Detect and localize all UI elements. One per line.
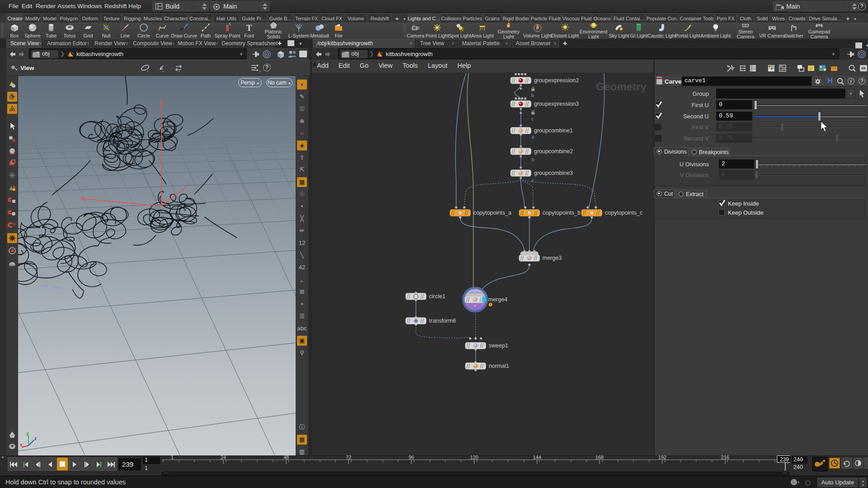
svg-text:y: y: [26, 431, 29, 436]
svg-text:groupexpression3: groupexpression3: [534, 101, 579, 107]
svg-text:merge4: merge4: [488, 296, 507, 303]
svg-text:72: 72: [346, 455, 351, 460]
svg-text:239: 239: [780, 456, 789, 463]
svg-text:groupcombine1: groupcombine1: [534, 127, 573, 134]
svg-text:216: 216: [721, 455, 729, 460]
svg-text:c: c: [531, 116, 533, 122]
svg-text:groupcombine2: groupcombine2: [534, 148, 573, 155]
svg-text:copytopoints_b: copytopoints_b: [542, 210, 580, 216]
svg-text:x: x: [20, 442, 23, 447]
svg-text:Geometry: Geometry: [596, 80, 647, 93]
svg-text:z: z: [34, 436, 37, 441]
svg-text:transform6: transform6: [429, 318, 456, 324]
svg-text:sweep1: sweep1: [489, 343, 508, 349]
svg-text:merge3: merge3: [542, 255, 561, 261]
svg-text:192: 192: [658, 455, 666, 460]
svg-text:24: 24: [221, 455, 226, 460]
svg-text:96: 96: [409, 455, 414, 460]
svg-text:b: b: [532, 157, 534, 162]
svg-text:T: T: [246, 23, 252, 33]
svg-text:120: 120: [470, 455, 478, 460]
svg-text:c: c: [532, 178, 534, 183]
svg-text:copytopoints_a: copytopoints_a: [473, 210, 511, 216]
svg-text:circle1: circle1: [429, 293, 445, 300]
svg-text:168: 168: [595, 455, 604, 460]
svg-text:b: b: [531, 93, 534, 98]
svg-text:groupcombine3: groupcombine3: [534, 170, 573, 176]
svg-text:48: 48: [283, 455, 289, 460]
svg-text:copytopoints_c: copytopoints_c: [605, 210, 642, 216]
svg-text:a: a: [532, 134, 534, 140]
svg-text:groupexpression2: groupexpression2: [534, 77, 579, 84]
svg-text:144: 144: [533, 455, 541, 460]
svg-text:normal1: normal1: [489, 363, 509, 369]
svg-text:1: 1: [171, 455, 174, 460]
